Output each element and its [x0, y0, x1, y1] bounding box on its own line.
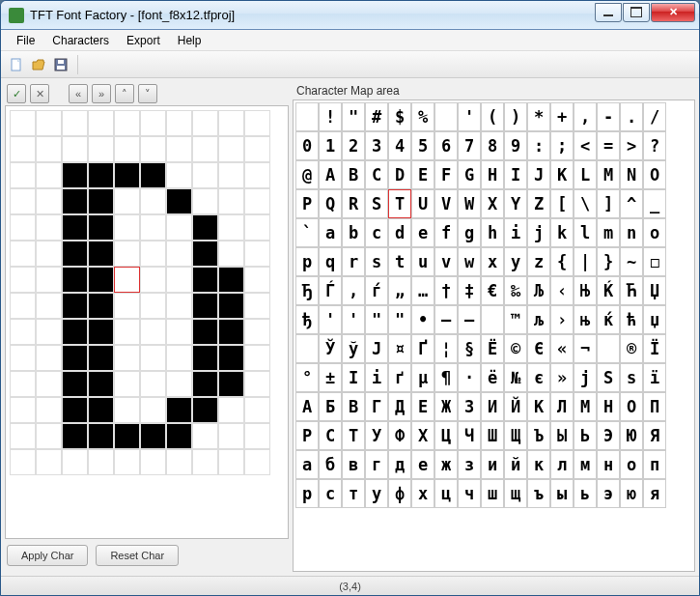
maximize-button[interactable]	[623, 3, 650, 22]
charmap-cell[interactable]: Ј	[365, 334, 388, 363]
charmap-cell[interactable]: Y	[504, 189, 527, 218]
charmap-cell[interactable]: G	[458, 160, 481, 189]
charmap-cell[interactable]: Х	[411, 421, 434, 450]
pixel-cell[interactable]	[36, 110, 62, 136]
nav-down-button[interactable]: ˅	[138, 84, 157, 103]
pixel-cell[interactable]	[88, 449, 114, 475]
pixel-cell[interactable]	[192, 345, 218, 371]
charmap-cell[interactable]: ©	[504, 334, 527, 363]
charmap-cell[interactable]: F	[434, 160, 458, 189]
pixel-cell[interactable]	[166, 162, 192, 188]
charmap-cell[interactable]: ц	[434, 479, 458, 508]
charmap-cell[interactable]: К	[527, 392, 550, 421]
pixel-cell[interactable]	[62, 423, 88, 449]
charmap-cell[interactable]: в	[342, 450, 365, 479]
pixel-cell[interactable]	[166, 293, 192, 319]
charmap-cell[interactable]: c	[365, 218, 388, 247]
charmap-cell[interactable]: ›	[550, 305, 574, 334]
titlebar[interactable]: TFT Font Factory - [font_f8x12.tfproj]	[1, 1, 699, 30]
charmap-cell[interactable]: >	[620, 131, 643, 160]
charmap-cell[interactable]: х	[411, 479, 434, 508]
charmap-cell[interactable]: …	[411, 276, 434, 305]
charmap-cell[interactable]: Т	[342, 421, 365, 450]
pixel-cell[interactable]	[244, 110, 270, 136]
charmap-cell[interactable]: ‡	[458, 276, 481, 305]
charmap-cell[interactable]: ¤	[388, 334, 411, 363]
pixel-cell[interactable]	[114, 319, 140, 345]
charmap-cell[interactable]: *	[527, 102, 550, 131]
pixel-cell[interactable]	[166, 267, 192, 293]
charmap-cell[interactable]: Ы	[550, 421, 574, 450]
pixel-cell[interactable]	[140, 345, 166, 371]
charmap-cell[interactable]: §	[458, 334, 481, 363]
nav-up-button[interactable]: ˄	[115, 84, 134, 103]
pixel-cell[interactable]	[166, 188, 192, 214]
pixel-cell[interactable]	[244, 241, 270, 267]
charmap-cell[interactable]: ¦	[434, 334, 458, 363]
charmap-cell[interactable]: Z	[527, 189, 550, 218]
charmap-cell[interactable]: ґ	[388, 363, 411, 392]
pixel-cell[interactable]	[88, 397, 114, 423]
charmap-cell[interactable]: /	[643, 102, 666, 131]
charmap-cell[interactable]: Щ	[504, 421, 527, 450]
charmap-cell[interactable]: ѓ	[365, 276, 388, 305]
pixel-cell[interactable]	[10, 241, 36, 267]
charmap-cell[interactable]: Ж	[434, 392, 458, 421]
charmap-cell[interactable]: ◻	[643, 247, 666, 276]
charmap-cell[interactable]: °	[295, 363, 319, 392]
charmap-cell[interactable]: x	[481, 247, 504, 276]
pixel-cell[interactable]	[62, 136, 88, 162]
nav-first-button[interactable]: «	[69, 84, 88, 103]
charmap-cell[interactable]: Ц	[434, 421, 458, 450]
pixel-cell[interactable]	[244, 293, 270, 319]
pixel-cell[interactable]	[88, 214, 114, 241]
charmap-cell[interactable]: n	[620, 218, 643, 247]
charmap-cell[interactable]: @	[295, 160, 319, 189]
charmap[interactable]: !"#$%'()*+,-./0123456789:;<=>?@ABCDEFGHI…	[293, 99, 695, 572]
charmap-cell[interactable]: g	[458, 218, 481, 247]
charmap-cell[interactable]: !	[319, 102, 342, 131]
charmap-cell[interactable]: ш	[481, 479, 504, 508]
charmap-cell[interactable]: Н	[597, 392, 620, 421]
pixel-cell[interactable]	[218, 345, 244, 371]
charmap-cell[interactable]: ћ	[620, 305, 643, 334]
pixel-cell[interactable]	[88, 293, 114, 319]
charmap-cell[interactable]: №	[504, 363, 527, 392]
charmap-cell[interactable]: +	[550, 102, 574, 131]
pixel-cell[interactable]	[244, 371, 270, 397]
pixel-cell[interactable]	[166, 214, 192, 241]
menu-characters[interactable]: Characters	[44, 32, 117, 49]
charmap-cell[interactable]: <	[574, 131, 597, 160]
charmap-cell[interactable]: Я	[643, 421, 666, 450]
minimize-button[interactable]	[595, 3, 622, 22]
charmap-cell[interactable]: Е	[411, 392, 434, 421]
charmap-cell[interactable]: _	[643, 189, 666, 218]
pixel-cell[interactable]	[114, 345, 140, 371]
pixel-cell[interactable]	[62, 293, 88, 319]
pixel-cell[interactable]	[218, 449, 244, 475]
charmap-cell[interactable]: ї	[643, 363, 666, 392]
charmap-cell[interactable]: ъ	[527, 479, 550, 508]
pixel-cell[interactable]	[218, 423, 244, 449]
charmap-cell[interactable]	[481, 305, 504, 334]
pixel-cell[interactable]	[114, 241, 140, 267]
pixel-cell[interactable]	[36, 319, 62, 345]
pixel-cell[interactable]	[36, 423, 62, 449]
charmap-cell[interactable]: ќ	[597, 305, 620, 334]
charmap-cell[interactable]: ]	[597, 189, 620, 218]
pixel-cell[interactable]	[192, 241, 218, 267]
charmap-cell[interactable]: С	[319, 421, 342, 450]
charmap-cell[interactable]: Њ	[574, 276, 597, 305]
pixel-cell[interactable]	[88, 423, 114, 449]
charmap-cell[interactable]: Ѕ	[597, 363, 620, 392]
pixel-cell[interactable]	[192, 319, 218, 345]
pixel-cell[interactable]	[36, 345, 62, 371]
pixel-cell[interactable]	[36, 449, 62, 475]
charmap-cell[interactable]: )	[504, 102, 527, 131]
pixel-cell[interactable]	[218, 136, 244, 162]
pixel-cell[interactable]	[244, 267, 270, 293]
pixel-cell[interactable]	[88, 345, 114, 371]
charmap-cell[interactable]: ~	[620, 247, 643, 276]
charmap-cell[interactable]: u	[411, 247, 434, 276]
charmap-cell[interactable]: Q	[319, 189, 342, 218]
